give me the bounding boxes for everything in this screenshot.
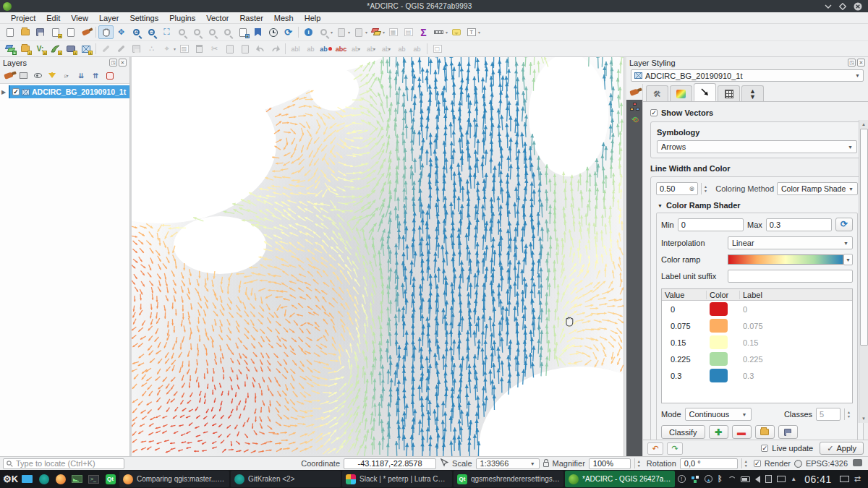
menu-raster[interactable]: Raster <box>234 13 268 23</box>
statistics-button[interactable]: Σ <box>416 25 431 39</box>
tab-rendering[interactable] <box>718 85 740 101</box>
volume-icon[interactable] <box>755 476 760 483</box>
layer-row[interactable]: ▶ ADCIRC_BG_20190910_1t <box>0 85 129 98</box>
select-features-button[interactable] <box>316 25 331 39</box>
line-width-spinner[interactable]: ▲▼ <box>701 183 710 194</box>
screenshot-icon[interactable] <box>777 476 786 482</box>
layer-labeling-button[interactable]: ab <box>318 42 333 56</box>
crs-globe-icon[interactable] <box>794 460 802 468</box>
tab-vectors[interactable] <box>694 83 716 101</box>
color-ramp-dropdown[interactable]: ▼ <box>843 254 853 265</box>
menu-layer[interactable]: Layer <box>94 13 124 23</box>
gitkraken-launcher[interactable] <box>36 471 51 487</box>
styling-panel-float-button[interactable]: ◳ <box>848 59 856 67</box>
save-ramp-button[interactable] <box>778 425 798 439</box>
add-vector-layer-button[interactable]: + <box>17 42 33 56</box>
battery-icon[interactable] <box>741 476 750 482</box>
remove-value-button[interactable]: ▬ <box>732 425 752 439</box>
layer-diagram-options-button[interactable]: ab <box>303 42 318 56</box>
locate-input[interactable]: Type to locate (Ctrl+K) <box>3 458 124 469</box>
table-row[interactable]: 0.15 0.15 <box>662 334 852 351</box>
table-row[interactable]: 0 0 <box>662 301 852 317</box>
add-mesh-layer-button[interactable]: + <box>78 42 93 56</box>
terminal-launcher[interactable]: >_ <box>86 471 101 487</box>
modify-attributes-button[interactable]: ▨ <box>176 42 192 56</box>
field-calculator-button[interactable]: ▤ <box>401 25 416 39</box>
pin-labels-button[interactable]: ab▾ <box>364 42 379 56</box>
zoom-next-button[interactable] <box>220 25 235 39</box>
clipboard-icon[interactable] <box>765 475 772 483</box>
scroll-up-arrow[interactable]: ▲ <box>861 120 866 129</box>
table-row[interactable]: 0.225 0.225 <box>662 351 852 367</box>
max-input[interactable]: 0.3 <box>766 218 832 231</box>
apply-button[interactable]: ✓ Apply <box>820 442 864 455</box>
styling-layer-selector[interactable]: ADCIRC_BG_20190910_1t ▼ <box>631 69 864 82</box>
text-annotation-button[interactable]: T <box>464 25 479 39</box>
color-swatch[interactable] <box>710 352 728 366</box>
data-source-manager-button[interactable]: + <box>2 42 17 56</box>
add-raster-layer-button[interactable]: V:+ <box>33 42 48 56</box>
tab-settings[interactable]: 🛠 <box>646 85 668 101</box>
map-tips-button[interactable] <box>448 25 464 39</box>
new-bookmark-button[interactable] <box>250 25 265 39</box>
style-undo-button[interactable]: ↶ <box>647 442 663 455</box>
temporal-controller-button[interactable] <box>265 25 281 39</box>
min-input[interactable]: 0 <box>678 218 744 231</box>
zoom-to-selection-button[interactable] <box>174 25 190 39</box>
task-qgis[interactable]: *ADCIRC - QGIS 26427ab9993 <box>565 471 675 487</box>
interpolation-select[interactable]: Linear ▼ <box>728 236 853 249</box>
toggle-extents-icon[interactable] <box>440 458 448 468</box>
classes-input[interactable]: 5 <box>816 408 841 421</box>
task-gitkraken[interactable]: GitKraken <2> <box>231 471 341 487</box>
scrollbar-thumb[interactable] <box>860 129 868 346</box>
crs-label[interactable]: EPSG:4326 <box>806 459 848 468</box>
identify-features-button[interactable]: i <box>301 25 316 39</box>
pan-map-button[interactable] <box>98 25 114 39</box>
paste-features-button[interactable] <box>237 42 252 56</box>
add-delimited-text-button[interactable]: + <box>48 42 63 56</box>
menu-project[interactable]: Project <box>6 13 41 23</box>
open-layer-styling-button[interactable] <box>2 69 15 82</box>
show-hide-labels-button[interactable]: ab▾ <box>379 42 394 56</box>
symbology-select[interactable]: Arrows ▼ <box>657 140 857 153</box>
copy-features-button[interactable] <box>222 42 237 56</box>
notifications-icon[interactable]: ! <box>678 475 686 483</box>
tab-averaging[interactable]: ▲▼ <box>741 85 764 101</box>
table-row[interactable]: 0.3 0.3 <box>662 367 852 384</box>
add-database-layer-button[interactable]: + <box>63 42 78 56</box>
new-project-button[interactable] <box>2 25 17 39</box>
workspace-switcher-icon[interactable]: ⇄ <box>854 475 861 483</box>
layer-visibility-checkbox[interactable] <box>12 88 20 95</box>
zoom-in-button[interactable]: + <box>129 25 144 39</box>
refresh-map-button[interactable]: ⟳ <box>281 25 296 39</box>
collapse-arrow-icon[interactable]: ▼ <box>658 203 663 208</box>
open-project-button[interactable] <box>17 25 33 39</box>
new-map-view-button[interactable]: + <box>235 25 250 39</box>
layer-order-icon[interactable] <box>630 103 639 111</box>
remove-layer-button[interactable] <box>103 69 116 82</box>
style-manager-button[interactable] <box>78 25 93 39</box>
line-width-input[interactable]: 0.50 ⊗ <box>656 182 698 195</box>
layers-panel-float-button[interactable]: ◳ <box>109 59 117 67</box>
updates-icon[interactable] <box>705 475 712 483</box>
map-canvas-area[interactable] <box>132 57 624 456</box>
tab-contours[interactable] <box>670 85 692 101</box>
save-project-as-button[interactable]: + <box>48 25 63 39</box>
menu-plugins[interactable]: Plugins <box>164 13 200 23</box>
style-redo-button[interactable]: ↷ <box>667 442 683 455</box>
layers-panel-close-button[interactable]: ✕ <box>119 59 127 67</box>
deselect-features-button[interactable] <box>351 25 366 39</box>
styling-panel-close-button[interactable]: ✕ <box>857 59 865 67</box>
zoom-last-button[interactable] <box>205 25 220 39</box>
classify-button[interactable]: Classify <box>661 425 705 439</box>
move-label-button[interactable]: ab <box>394 42 409 56</box>
classes-spinner[interactable]: ▲▼ <box>844 408 853 420</box>
rotation-input[interactable]: 0,0 ° <box>680 458 738 469</box>
add-feature-button[interactable] <box>129 42 144 56</box>
new-layout-button[interactable] <box>63 25 78 39</box>
save-edits-button[interactable] <box>114 42 129 56</box>
color-ramp-preview[interactable] <box>728 254 843 265</box>
scale-select[interactable]: 1:33966 ▼ <box>476 458 540 469</box>
history-icon[interactable]: ⟲ <box>631 116 637 124</box>
undo-button[interactable] <box>252 42 268 56</box>
